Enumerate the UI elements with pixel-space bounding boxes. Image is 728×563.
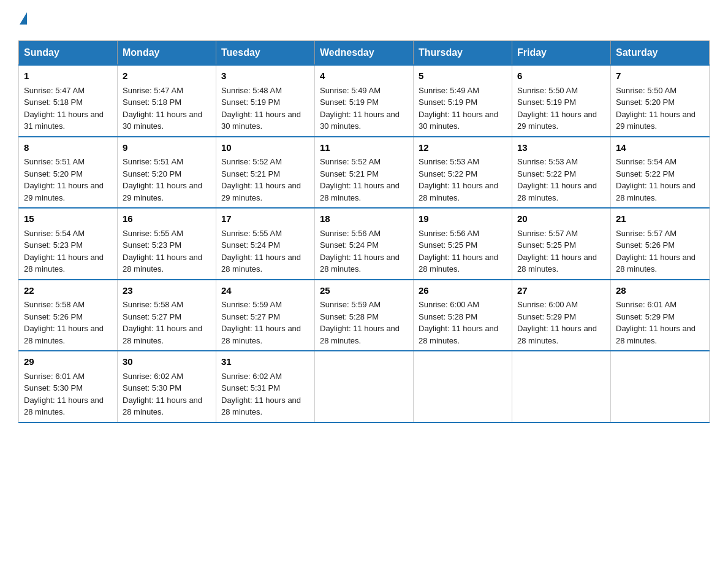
day-number: 6 xyxy=(517,69,605,83)
day-info: Sunrise: 5:59 AMSunset: 5:27 PMDaylight:… xyxy=(221,299,309,347)
day-number: 3 xyxy=(221,69,309,83)
calendar-day-cell xyxy=(414,351,512,423)
day-info: Sunrise: 5:47 AMSunset: 5:18 PMDaylight:… xyxy=(123,85,211,132)
calendar-day-header: Tuesday xyxy=(216,41,315,66)
day-number: 27 xyxy=(517,284,605,298)
calendar-day-header: Monday xyxy=(118,41,216,66)
day-number: 10 xyxy=(221,141,309,155)
day-info: Sunrise: 5:57 AMSunset: 5:26 PMDaylight:… xyxy=(616,228,704,275)
calendar-day-header: Saturday xyxy=(611,41,710,66)
day-number: 14 xyxy=(616,141,704,155)
day-info: Sunrise: 5:53 AMSunset: 5:22 PMDaylight:… xyxy=(517,156,605,204)
calendar-day-cell: 6Sunrise: 5:50 AMSunset: 5:19 PMDaylight… xyxy=(512,65,611,137)
day-number: 5 xyxy=(419,69,507,83)
calendar-day-cell: 16Sunrise: 5:55 AMSunset: 5:23 PMDayligh… xyxy=(118,208,216,280)
calendar-day-cell: 24Sunrise: 5:59 AMSunset: 5:27 PMDayligh… xyxy=(216,280,315,351)
day-number: 15 xyxy=(24,212,112,226)
calendar-day-header: Thursday xyxy=(414,41,512,66)
day-info: Sunrise: 5:51 AMSunset: 5:20 PMDaylight:… xyxy=(24,156,112,204)
logo xyxy=(18,12,27,28)
calendar-day-cell: 27Sunrise: 6:00 AMSunset: 5:29 PMDayligh… xyxy=(512,280,611,351)
calendar-week-row: 29Sunrise: 6:01 AMSunset: 5:30 PMDayligh… xyxy=(19,351,710,423)
calendar-day-cell: 3Sunrise: 5:48 AMSunset: 5:19 PMDaylight… xyxy=(216,65,315,137)
day-number: 22 xyxy=(24,284,112,298)
calendar-week-row: 22Sunrise: 5:58 AMSunset: 5:26 PMDayligh… xyxy=(19,280,710,351)
day-info: Sunrise: 5:56 AMSunset: 5:24 PMDaylight:… xyxy=(320,228,408,275)
day-info: Sunrise: 6:00 AMSunset: 5:29 PMDaylight:… xyxy=(517,299,605,347)
day-number: 12 xyxy=(419,141,507,155)
day-info: Sunrise: 5:55 AMSunset: 5:24 PMDaylight:… xyxy=(221,228,309,275)
day-info: Sunrise: 5:49 AMSunset: 5:19 PMDaylight:… xyxy=(320,85,408,132)
calendar-day-cell: 12Sunrise: 5:53 AMSunset: 5:22 PMDayligh… xyxy=(414,137,512,209)
calendar-day-header: Sunday xyxy=(19,41,118,66)
day-info: Sunrise: 5:52 AMSunset: 5:21 PMDaylight:… xyxy=(320,156,408,204)
logo-triangle-icon xyxy=(20,12,27,25)
day-info: Sunrise: 6:02 AMSunset: 5:30 PMDaylight:… xyxy=(123,370,211,418)
calendar-header-row: SundayMondayTuesdayWednesdayThursdayFrid… xyxy=(19,41,710,66)
day-info: Sunrise: 5:57 AMSunset: 5:25 PMDaylight:… xyxy=(517,228,605,275)
day-info: Sunrise: 5:50 AMSunset: 5:20 PMDaylight:… xyxy=(616,85,704,132)
calendar-day-cell: 28Sunrise: 6:01 AMSunset: 5:29 PMDayligh… xyxy=(611,280,710,351)
day-number: 19 xyxy=(419,212,507,226)
day-info: Sunrise: 5:52 AMSunset: 5:21 PMDaylight:… xyxy=(221,156,309,204)
calendar-day-cell: 22Sunrise: 5:58 AMSunset: 5:26 PMDayligh… xyxy=(19,280,118,351)
day-number: 11 xyxy=(320,141,408,155)
calendar-day-cell: 4Sunrise: 5:49 AMSunset: 5:19 PMDaylight… xyxy=(315,65,414,137)
day-info: Sunrise: 5:59 AMSunset: 5:28 PMDaylight:… xyxy=(320,299,408,347)
calendar-day-cell: 13Sunrise: 5:53 AMSunset: 5:22 PMDayligh… xyxy=(512,137,611,209)
day-info: Sunrise: 5:55 AMSunset: 5:23 PMDaylight:… xyxy=(123,228,211,275)
calendar-day-cell: 5Sunrise: 5:49 AMSunset: 5:19 PMDaylight… xyxy=(414,65,512,137)
day-number: 2 xyxy=(123,69,211,83)
day-info: Sunrise: 5:53 AMSunset: 5:22 PMDaylight:… xyxy=(419,156,507,204)
day-number: 16 xyxy=(123,212,211,226)
day-info: Sunrise: 5:54 AMSunset: 5:23 PMDaylight:… xyxy=(24,228,112,275)
day-info: Sunrise: 5:47 AMSunset: 5:18 PMDaylight:… xyxy=(24,85,112,132)
calendar-week-row: 15Sunrise: 5:54 AMSunset: 5:23 PMDayligh… xyxy=(19,208,710,280)
calendar-day-cell: 14Sunrise: 5:54 AMSunset: 5:22 PMDayligh… xyxy=(611,137,710,209)
page-header xyxy=(18,12,710,28)
calendar-day-cell: 18Sunrise: 5:56 AMSunset: 5:24 PMDayligh… xyxy=(315,208,414,280)
day-number: 21 xyxy=(616,212,704,226)
day-number: 18 xyxy=(320,212,408,226)
day-number: 30 xyxy=(123,355,211,369)
day-info: Sunrise: 6:01 AMSunset: 5:30 PMDaylight:… xyxy=(24,370,112,418)
day-number: 24 xyxy=(221,284,309,298)
calendar-day-cell: 11Sunrise: 5:52 AMSunset: 5:21 PMDayligh… xyxy=(315,137,414,209)
calendar-day-cell: 19Sunrise: 5:56 AMSunset: 5:25 PMDayligh… xyxy=(414,208,512,280)
calendar-day-cell: 10Sunrise: 5:52 AMSunset: 5:21 PMDayligh… xyxy=(216,137,315,209)
calendar-day-cell: 2Sunrise: 5:47 AMSunset: 5:18 PMDaylight… xyxy=(118,65,216,137)
day-info: Sunrise: 5:54 AMSunset: 5:22 PMDaylight:… xyxy=(616,156,704,204)
day-info: Sunrise: 5:50 AMSunset: 5:19 PMDaylight:… xyxy=(517,85,605,132)
calendar-day-header: Wednesday xyxy=(315,41,414,66)
calendar-day-cell: 9Sunrise: 5:51 AMSunset: 5:20 PMDaylight… xyxy=(118,137,216,209)
calendar-day-cell: 31Sunrise: 6:02 AMSunset: 5:31 PMDayligh… xyxy=(216,351,315,423)
calendar-day-cell: 26Sunrise: 6:00 AMSunset: 5:28 PMDayligh… xyxy=(414,280,512,351)
day-number: 25 xyxy=(320,284,408,298)
calendar-day-cell: 20Sunrise: 5:57 AMSunset: 5:25 PMDayligh… xyxy=(512,208,611,280)
day-number: 7 xyxy=(616,69,704,83)
day-info: Sunrise: 6:02 AMSunset: 5:31 PMDaylight:… xyxy=(221,370,309,418)
day-number: 29 xyxy=(24,355,112,369)
calendar-day-cell: 17Sunrise: 5:55 AMSunset: 5:24 PMDayligh… xyxy=(216,208,315,280)
day-number: 13 xyxy=(517,141,605,155)
day-number: 26 xyxy=(419,284,507,298)
day-number: 8 xyxy=(24,141,112,155)
calendar-day-cell xyxy=(315,351,414,423)
day-info: Sunrise: 6:01 AMSunset: 5:29 PMDaylight:… xyxy=(616,299,704,347)
day-number: 20 xyxy=(517,212,605,226)
day-number: 23 xyxy=(123,284,211,298)
calendar-day-cell: 29Sunrise: 6:01 AMSunset: 5:30 PMDayligh… xyxy=(19,351,118,423)
calendar-day-header: Friday xyxy=(512,41,611,66)
calendar-day-cell: 7Sunrise: 5:50 AMSunset: 5:20 PMDaylight… xyxy=(611,65,710,137)
calendar-day-cell: 1Sunrise: 5:47 AMSunset: 5:18 PMDaylight… xyxy=(19,65,118,137)
calendar-day-cell xyxy=(611,351,710,423)
calendar-day-cell: 21Sunrise: 5:57 AMSunset: 5:26 PMDayligh… xyxy=(611,208,710,280)
day-info: Sunrise: 5:48 AMSunset: 5:19 PMDaylight:… xyxy=(221,85,309,132)
day-number: 28 xyxy=(616,284,704,298)
day-info: Sunrise: 6:00 AMSunset: 5:28 PMDaylight:… xyxy=(419,299,507,347)
calendar-day-cell: 25Sunrise: 5:59 AMSunset: 5:28 PMDayligh… xyxy=(315,280,414,351)
calendar-day-cell: 30Sunrise: 6:02 AMSunset: 5:30 PMDayligh… xyxy=(118,351,216,423)
calendar-day-cell: 23Sunrise: 5:58 AMSunset: 5:27 PMDayligh… xyxy=(118,280,216,351)
calendar-week-row: 1Sunrise: 5:47 AMSunset: 5:18 PMDaylight… xyxy=(19,65,710,137)
day-number: 9 xyxy=(123,141,211,155)
